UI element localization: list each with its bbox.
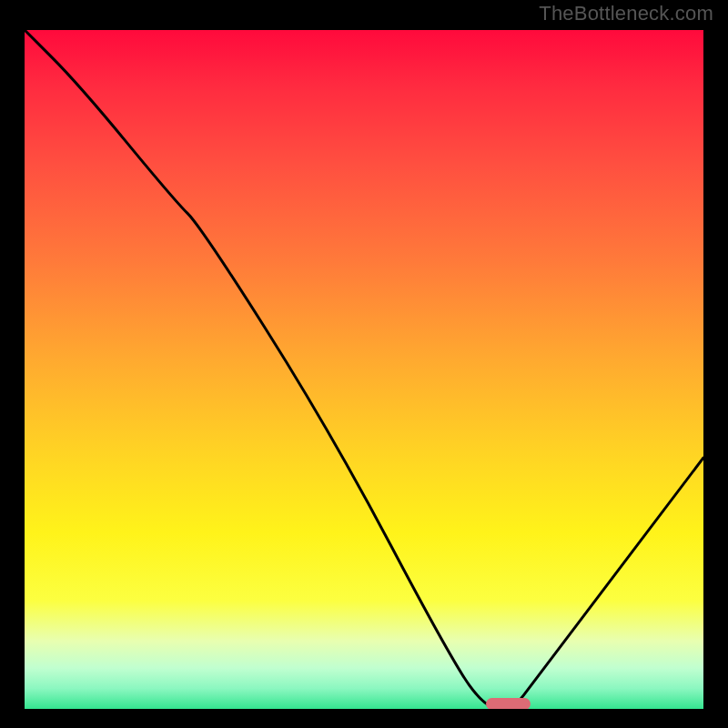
bottleneck-curve-path [25, 30, 703, 709]
bottleneck-curve-svg [25, 30, 703, 709]
plot-frame [20, 25, 708, 713]
chart-container: TheBottleneck.com [0, 0, 728, 728]
plot-area [25, 30, 703, 709]
sweet-spot-marker [486, 698, 530, 709]
watermark-text: TheBottleneck.com [539, 2, 713, 25]
